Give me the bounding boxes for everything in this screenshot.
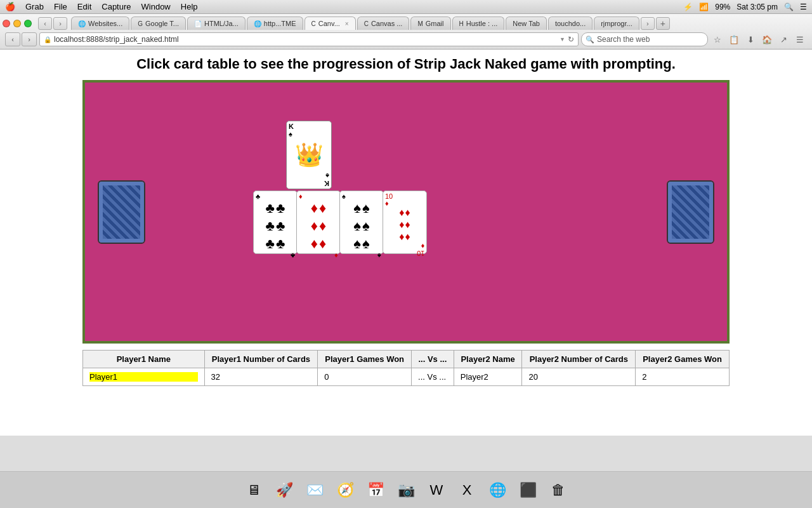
reading-list-icon[interactable]: 📋 <box>727 32 741 46</box>
card-spade-center: ♠♠ ♠♠ ♠♠ <box>342 200 381 252</box>
player1-cards-cell: 32 <box>204 368 318 386</box>
address-bar[interactable]: 🔒 localhost:8888/strip_jack_naked.html ▼… <box>39 32 579 46</box>
tab-google[interactable]: G Google T... <box>131 17 186 30</box>
left-deck-pattern <box>99 182 144 243</box>
dock: 🖥 🚀 ✉️ 🧭 📅 📷 W X 🌐 ⬛ 🗑 <box>0 471 812 508</box>
browser-chrome: ‹ › 🌐 Websites... G Google T... 📄 HTML/J… <box>0 14 812 50</box>
card-spade-top: ♠ <box>342 193 381 200</box>
dock-excel[interactable]: X <box>453 476 481 504</box>
search-bar[interactable]: 🔍 Search the web <box>581 32 708 46</box>
tab-touchdo[interactable]: touchdo... <box>548 17 593 30</box>
address-text: localhost:8888/strip_jack_naked.html <box>54 35 557 44</box>
tab-canvas-label: Canv... <box>318 20 340 27</box>
tab-html-icon: 📄 <box>194 20 202 27</box>
tab-newtab-label: New Tab <box>513 20 540 27</box>
tab-canvas-active[interactable]: C Canv... × <box>304 17 356 30</box>
tab-google-label: Google T... <box>145 20 179 27</box>
dock-terminal[interactable]: ⬛ <box>514 476 542 504</box>
tab-websites-icon: 🌐 <box>78 20 86 27</box>
window-maximize[interactable] <box>24 20 32 27</box>
page-content: Click card table to see the progression … <box>0 50 812 436</box>
nav-arrows: ‹ › <box>38 17 67 30</box>
header-p2-cards: Player2 Number of Cards <box>522 351 636 368</box>
home-icon[interactable]: 🏠 <box>760 32 774 46</box>
tab-google-icon: G <box>138 20 143 27</box>
score-header-row: Player1 Name Player1 Number of Cards Pla… <box>83 351 730 368</box>
tab-websites[interactable]: 🌐 Websites... <box>71 17 129 30</box>
tab-html-label: HTML/Ja... <box>204 20 239 27</box>
score-table: Player1 Name Player1 Number of Cards Pla… <box>82 350 730 386</box>
share-icon[interactable]: ↗ <box>776 32 790 46</box>
new-tab-button[interactable]: + <box>656 17 670 30</box>
player2-wins-cell: 2 <box>636 368 730 386</box>
menu-help[interactable]: Help <box>181 2 198 11</box>
card-table[interactable]: K♠ 👑 K♠ ♣ ♣♣ ♣♣ ♣♣ ♣ ♦ <box>82 80 730 344</box>
wifi-icon: 📶 <box>699 3 709 11</box>
menu-dots-icon[interactable]: ☰ <box>793 32 807 46</box>
window-minimize[interactable] <box>13 20 21 27</box>
tab-rjm[interactable]: rjmprogr... <box>594 17 639 30</box>
player1-name-input[interactable] <box>89 372 198 382</box>
back-button[interactable]: ‹ <box>5 32 20 46</box>
menu-window[interactable]: Window <box>141 2 171 11</box>
address-dropdown-icon[interactable]: ▼ <box>560 36 565 43</box>
search-placeholder: Search the web <box>597 35 650 44</box>
dock-trash[interactable]: 🗑 <box>544 476 572 504</box>
menu-file[interactable]: File <box>54 2 67 11</box>
tab-newtab[interactable]: New Tab <box>506 17 547 30</box>
tab-canvas2[interactable]: C Canvas ... <box>357 17 410 30</box>
dock-chrome[interactable]: 🌐 <box>483 476 511 504</box>
bookmark-star-icon[interactable]: ☆ <box>710 32 724 46</box>
tab-rjm-label: rjmprogr... <box>601 20 632 27</box>
tabs-row: ‹ › 🌐 Websites... G Google T... 📄 HTML/J… <box>0 14 812 30</box>
dock-word[interactable]: W <box>422 476 450 504</box>
page-title: Click card table to see the progression … <box>13 56 799 72</box>
player2-cards-cell: 20 <box>522 368 636 386</box>
tab-html[interactable]: 📄 HTML/Ja... <box>187 17 246 30</box>
card-ten-top: 10♦ <box>385 193 424 207</box>
menu-grab[interactable]: Grab <box>25 2 44 11</box>
deck-left <box>98 180 145 244</box>
king-card: K♠ 👑 K♠ <box>286 121 332 189</box>
search-icon: 🔍 <box>586 36 594 44</box>
tab-hustle[interactable]: H Hustle : ... <box>452 17 505 30</box>
header-p2-name: Player2 Name <box>454 351 522 368</box>
dock-launchpad[interactable]: 🚀 <box>270 476 298 504</box>
header-vs: ... Vs ... <box>412 351 454 368</box>
menu-bar: 🍎 Grab File Edit Capture Window Help ⚡ 📶… <box>0 0 812 14</box>
window-close[interactable] <box>3 20 10 27</box>
download-icon[interactable]: ⬇ <box>743 32 757 46</box>
card-club: ♣ ♣♣ ♣♣ ♣♣ ♣ <box>253 190 298 254</box>
card-spade-bot: ♠ <box>377 252 381 259</box>
dock-safari[interactable]: 🧭 <box>331 476 359 504</box>
reload-button[interactable]: ↻ <box>568 35 574 44</box>
dock-mail[interactable]: ✉️ <box>301 476 329 504</box>
vs-cell: ... Vs ... <box>412 368 454 386</box>
dock-calendar[interactable]: 📅 <box>362 476 390 504</box>
forward-button[interactable]: › <box>22 32 37 46</box>
menu-edit[interactable]: Edit <box>77 2 91 11</box>
card-ten-center: ♦♦ ♦♦ ♦♦ <box>385 207 424 243</box>
left-deck-card <box>98 180 145 244</box>
tabs-fwd-arrow[interactable]: › <box>53 17 67 30</box>
header-p2-wins: Player2 Games Won <box>636 351 730 368</box>
tab-gmail[interactable]: M Gmail <box>410 17 450 30</box>
dock-photos[interactable]: 📷 <box>392 476 420 504</box>
back-fwd-buttons: ‹ › <box>5 32 37 46</box>
card-club-center: ♣♣ ♣♣ ♣♣ <box>256 200 295 252</box>
tab-scroll-right[interactable]: › <box>641 17 655 30</box>
menu-capture[interactable]: Capture <box>102 2 131 11</box>
score-data-row: 32 0 ... Vs ... Player2 20 2 <box>83 368 730 386</box>
search-magnifier-icon[interactable]: 🔍 <box>784 3 794 11</box>
card-spade: ♠ ♠♠ ♠♠ ♠♠ ♠ <box>339 190 384 254</box>
menu-extra-icon[interactable]: ☰ <box>800 3 807 11</box>
dock-finder[interactable]: 🖥 <box>240 476 268 504</box>
player1-name-cell[interactable] <box>83 368 205 386</box>
tab-hustle-label: Hustle : ... <box>466 20 498 27</box>
apple-menu[interactable]: 🍎 <box>5 2 15 11</box>
right-deck-pattern <box>668 182 713 243</box>
tab-http[interactable]: 🌐 http...TME <box>247 17 303 30</box>
lock-icon: 🔒 <box>44 36 51 43</box>
tab-canvas-close[interactable]: × <box>345 20 349 27</box>
tabs-back-arrow[interactable]: ‹ <box>38 17 52 30</box>
